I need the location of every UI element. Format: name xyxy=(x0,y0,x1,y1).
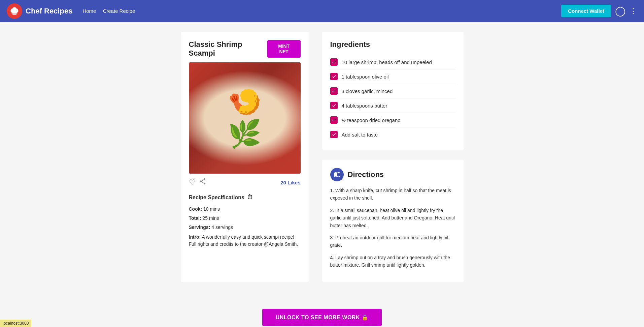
cook-label: Cook: xyxy=(189,206,202,212)
logo-icon xyxy=(7,3,22,19)
checkbox-icon xyxy=(330,131,338,138)
intro-value: A wonderfully easy and quick scampi reci… xyxy=(189,234,298,247)
ingredient-text: 3 cloves garlic, minced xyxy=(342,88,393,94)
ingredient-item: ½ teaspoon dried oregano xyxy=(330,113,455,127)
checkbox-icon xyxy=(330,87,338,95)
likes-count[interactable]: 20 Likes xyxy=(280,180,300,185)
ingredient-text: ½ teaspoon dried oregano xyxy=(342,117,401,123)
recipe-image: 🍤🌿 xyxy=(189,62,301,174)
check-icon xyxy=(332,132,336,137)
ingredient-item: 3 cloves garlic, minced xyxy=(330,84,455,98)
unlock-section: UNLOCK TO SEE MORE WORK 🔒 xyxy=(0,302,644,327)
intro-label: Intro: xyxy=(189,234,201,240)
url-bar: localhost:3000 xyxy=(0,320,31,327)
share-button[interactable] xyxy=(199,178,206,187)
ingredient-text: Add salt to taste xyxy=(342,132,378,138)
chef-hat-icon xyxy=(10,6,19,16)
cook-value: 10 mins xyxy=(203,206,220,212)
timer-icon: ⏱ xyxy=(247,194,253,201)
check-icon xyxy=(332,60,336,64)
right-panel: Ingredients 10 large shrimp, heads off a… xyxy=(322,32,464,282)
direction-step: 3. Preheat an outdoor grill for medium h… xyxy=(330,234,455,249)
check-icon xyxy=(332,74,336,79)
directions-section: Directions 1. With a sharp knife, cut sh… xyxy=(322,160,464,282)
check-icon xyxy=(332,103,336,108)
checkbox-icon xyxy=(330,116,338,124)
recipe-specs: Recipe Specifications ⏱ Cook: 10 mins To… xyxy=(189,194,301,248)
account-icon[interactable]: ◯ xyxy=(615,5,625,17)
main-content: Classic Shrimp Scampi MINT NFT 🍤🌿 ♡ 20 L… xyxy=(0,22,644,302)
more-options-icon[interactable]: ⋮ xyxy=(630,7,637,16)
logo-text: Chef Recipes xyxy=(26,7,72,16)
ingredient-item: Add salt to taste xyxy=(330,127,455,142)
directions-title: Directions xyxy=(348,170,384,179)
intro-row: Intro: A wonderfully easy and quick scam… xyxy=(189,234,301,248)
recipe-header: Classic Shrimp Scampi MINT NFT xyxy=(189,40,301,58)
ingredients-card: Ingredients 10 large shrimp, heads off a… xyxy=(322,32,464,150)
total-value: 25 mins xyxy=(202,215,219,221)
nav-links: Home Create Recipe xyxy=(82,8,135,14)
directions-header: Directions xyxy=(330,168,455,181)
logo[interactable]: Chef Recipes xyxy=(7,3,72,19)
navbar-left: Chef Recipes Home Create Recipe xyxy=(7,3,135,19)
ingredient-item: 4 tablespoons butter xyxy=(330,98,455,113)
navbar: Chef Recipes Home Create Recipe Connect … xyxy=(0,0,644,22)
total-time-row: Total: 25 mins xyxy=(189,215,301,222)
ingredient-text: 4 tablespoons butter xyxy=(342,103,387,109)
servings-label: Servings: xyxy=(189,225,210,230)
mint-nft-button[interactable]: MINT NFT xyxy=(267,40,301,58)
ingredient-text: 10 large shrimp, heads off and unpeeled xyxy=(342,59,432,65)
nav-link-create-recipe[interactable]: Create Recipe xyxy=(103,8,135,14)
direction-step: 2. In a small saucepan, heat olive oil a… xyxy=(330,207,455,229)
servings-row: Servings: 4 servings xyxy=(189,224,301,231)
actions-row: ♡ 20 Likes xyxy=(189,178,301,187)
recipe-specs-title: Recipe Specifications ⏱ xyxy=(189,194,301,201)
unlock-button[interactable]: UNLOCK TO SEE MORE WORK 🔒 xyxy=(262,309,382,326)
checkbox-icon xyxy=(330,73,338,80)
checkbox-icon xyxy=(330,58,338,66)
ingredient-item: 10 large shrimp, heads off and unpeeled xyxy=(330,55,455,69)
ingredient-text: 1 tablespoon olive oil xyxy=(342,74,389,80)
directions-list: 1. With a sharp knife, cut shrimp in hal… xyxy=(330,187,455,269)
check-icon xyxy=(332,118,336,122)
check-icon xyxy=(332,89,336,93)
connect-wallet-button[interactable]: Connect Wallet xyxy=(561,5,611,17)
like-button[interactable]: ♡ xyxy=(189,178,196,187)
recipe-specs-label: Recipe Specifications xyxy=(189,195,244,201)
direction-step: 1. With a sharp knife, cut shrimp in hal… xyxy=(330,187,455,202)
servings-value: 4 servings xyxy=(211,225,233,230)
navbar-right: Connect Wallet ◯ ⋮ xyxy=(561,5,637,17)
checkbox-icon xyxy=(330,102,338,109)
direction-step: 4. Lay shrimp out on a tray and brush ge… xyxy=(330,254,455,269)
shrimp-image: 🍤🌿 xyxy=(217,86,273,150)
share-icon xyxy=(199,178,206,185)
nav-link-home[interactable]: Home xyxy=(82,8,96,14)
ingredients-list: 10 large shrimp, heads off and unpeeled … xyxy=(330,55,455,142)
ingredients-title: Ingredients xyxy=(330,40,455,49)
ingredient-item: 1 tablespoon olive oil xyxy=(330,69,455,84)
book-icon xyxy=(333,171,341,178)
recipe-title: Classic Shrimp Scampi xyxy=(189,40,267,58)
cook-time-row: Cook: 10 mins xyxy=(189,206,301,213)
total-label: Total: xyxy=(189,215,201,221)
directions-icon xyxy=(330,168,344,181)
left-panel: Classic Shrimp Scampi MINT NFT 🍤🌿 ♡ 20 L… xyxy=(181,32,309,282)
